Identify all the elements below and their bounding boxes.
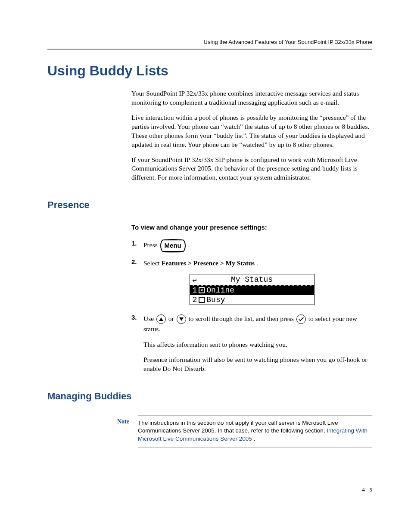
running-header: Using the Advanced Features of Your Soun… — [47, 39, 372, 45]
step-text-pre: Press — [143, 241, 159, 249]
page-number: 4 - 5 — [362, 486, 372, 493]
note-body: The instructions in this section do not … — [138, 415, 372, 448]
step-text-1: Use — [143, 315, 156, 322]
lcd-row-online: 1 Online — [190, 286, 314, 295]
step-1: 1. Press Menu . — [131, 240, 372, 252]
page-title: Using Buddy Lists — [47, 63, 372, 79]
lcd-row-label: Online — [206, 286, 234, 295]
lcd-screenshot: ↵ My Status 1 Online 2 Busy — [190, 274, 314, 305]
step-number: 1. — [131, 240, 143, 247]
step-2: 2. Select Features > Presence > My Statu… — [131, 258, 372, 268]
lcd-title-text: My Status — [231, 275, 273, 284]
lcd-title: ↵ My Status — [190, 274, 314, 286]
arrow-down-icon — [177, 314, 186, 324]
step-3: 3. Use or to scroll through the list, an… — [131, 314, 372, 334]
header-rule — [47, 49, 372, 50]
step-3-para-3: Presence information will also be sent t… — [143, 355, 372, 373]
step-text-bold: Features > Presence > My Status — [162, 259, 255, 267]
note-block: Note The instructions in this section do… — [103, 415, 372, 448]
intro-para-3: If your SoundPoint IP 32x/33x SIP phone … — [131, 156, 372, 183]
menu-key-icon: Menu — [160, 240, 186, 252]
note-text: The instructions in this section do not … — [138, 420, 338, 434]
lcd-row-num: 1 — [193, 286, 197, 295]
arrow-up-icon — [156, 314, 166, 324]
step-content: Use or to scroll through the list, and t… — [143, 314, 372, 334]
select-check-icon — [296, 314, 306, 324]
step-content: Press Menu . — [143, 240, 372, 252]
section-presence: Presence — [47, 199, 372, 211]
note-post: . — [254, 436, 255, 442]
unchecked-box-icon — [199, 297, 205, 303]
step-text-post: . — [256, 259, 258, 267]
step-text-3: to scroll through the list, and then pre… — [189, 315, 296, 322]
note-label: Note — [103, 415, 138, 448]
back-arrow-icon: ↵ — [193, 275, 197, 284]
step-text-pre: Select — [143, 259, 162, 267]
step-text-post: . — [188, 241, 190, 249]
lcd-row-busy: 2 Busy — [190, 295, 314, 305]
lcd-row-label: Busy — [206, 296, 225, 304]
intro-para-2: Live interaction within a pool of phones… — [131, 113, 372, 149]
step-text-2: or — [168, 315, 176, 322]
step-3-para-2: This affects information sent to phones … — [143, 340, 372, 349]
presence-subhead: To view and change your presence setting… — [131, 224, 372, 231]
step-number: 3. — [131, 314, 143, 321]
section-managing-buddies: Managing Buddies — [47, 391, 372, 402]
step-number: 2. — [131, 258, 143, 265]
step-content: Select Features > Presence > My Status . — [143, 258, 372, 268]
lcd-row-num: 2 — [193, 296, 197, 304]
intro-para-1: Your SoundPoint IP 32x/33x phone combine… — [131, 89, 372, 107]
checked-box-icon — [199, 287, 205, 293]
